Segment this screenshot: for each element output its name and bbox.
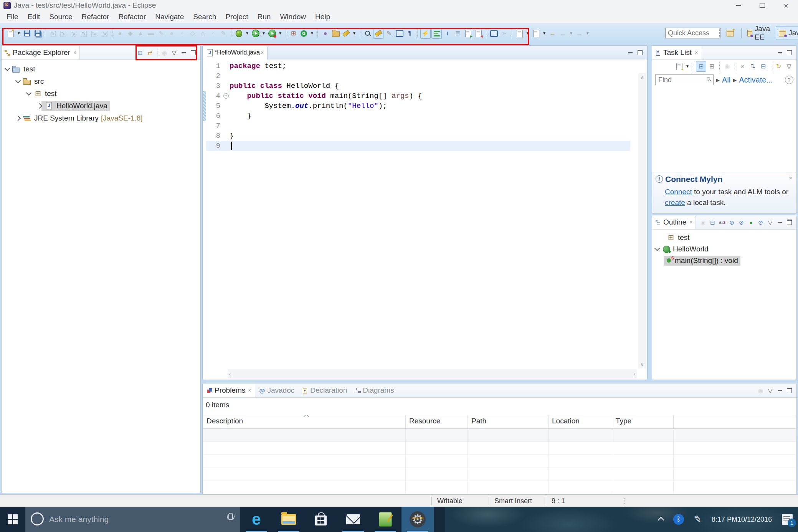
filter-people-icon[interactable]: ⇅ [748, 61, 758, 71]
pen-icon[interactable]: ✎ [693, 513, 702, 525]
new-task-menu-icon[interactable]: ▼ [685, 61, 690, 71]
code-line-7[interactable]: 7 [206, 121, 637, 131]
previous-annotation-icon[interactable]: ◂ [474, 28, 483, 38]
hide-non-public-icon[interactable]: ● [747, 218, 755, 226]
code-line-6[interactable]: 6 } [206, 111, 637, 121]
run-external-tools-icon[interactable] [267, 28, 277, 38]
column-header-path[interactable]: Path [468, 415, 549, 428]
create-task-link[interactable]: create [665, 198, 685, 207]
close-icon[interactable]: × [73, 50, 76, 56]
tree-item-jre-system-library[interactable]: JRE System Library[JavaSE-1.8] [2, 112, 200, 124]
info-icon[interactable]: i [443, 28, 452, 38]
maximize-icon[interactable] [785, 386, 794, 395]
search-icon[interactable] [363, 28, 372, 38]
tree-item-test[interactable]: ⊞test [2, 88, 200, 100]
tree-item-helloworld-java[interactable]: HelloWorld.java [2, 100, 200, 112]
view-menu-icon[interactable]: ▽ [766, 386, 775, 395]
hidden-icons-chevron[interactable] [659, 516, 663, 522]
format-brush-icon[interactable] [341, 28, 351, 38]
taskbar-store[interactable] [305, 507, 337, 532]
new-java-class-icon[interactable]: G [299, 28, 309, 38]
activate-task-link[interactable]: Activate... [739, 76, 773, 84]
show-source-icon[interactable] [395, 28, 404, 38]
tab-problems[interactable]: Problems× [203, 384, 255, 397]
view-menu-icon[interactable]: ▽ [766, 218, 775, 226]
vertical-scrollbar[interactable]: ∧∨ [638, 73, 646, 368]
close-icon[interactable]: × [261, 50, 264, 56]
sort-members-icon[interactable] [431, 28, 442, 39]
taskbar-mail[interactable] [337, 507, 369, 532]
hide-static-icon[interactable]: ⊘ [737, 218, 746, 226]
column-header-type[interactable]: Type [612, 415, 674, 428]
minimize-icon[interactable] [775, 386, 784, 395]
open-perspective-button[interactable] [724, 26, 739, 40]
run-menu-icon[interactable]: ▼ [261, 28, 266, 38]
window-maximize-button[interactable] [750, 0, 774, 11]
taskbar-file-explorer[interactable] [273, 507, 305, 532]
close-icon[interactable]: × [695, 50, 698, 56]
outline-toggle-icon[interactable]: ≣ [453, 28, 463, 38]
tab-package-explorer[interactable]: Package Explorer × [2, 46, 80, 59]
cortana-search-input[interactable] [25, 514, 240, 524]
hide-completed-icon[interactable]: × [738, 61, 747, 71]
new-wizard-icon[interactable]: ✦ [6, 28, 15, 38]
open-type-icon[interactable]: ● [321, 28, 330, 38]
fold-collapse-icon[interactable] [223, 93, 229, 99]
cortana-search[interactable] [25, 507, 240, 532]
code-line-8[interactable]: 8} [206, 131, 637, 141]
bluetooth-icon[interactable]: ᛒ [673, 514, 684, 525]
code-line-1[interactable]: 1package test; [206, 61, 637, 71]
tab-declaration[interactable]: Declaration [298, 384, 351, 397]
show-whitespace-icon[interactable]: ¶ [405, 28, 415, 38]
new-class-menu-icon[interactable]: ▼ [309, 28, 315, 38]
tree-item-src[interactable]: src [2, 75, 200, 88]
collapse-all-icon[interactable]: ⊟ [758, 61, 768, 71]
tab-javadoc[interactable]: @Javadoc [255, 384, 298, 397]
back-history-icon[interactable]: ← [548, 28, 557, 38]
next-edit-location-icon[interactable]: ↑ [531, 28, 541, 38]
code-area[interactable]: 1package test;23public class HelloWorld … [203, 59, 647, 379]
outline-item-test[interactable]: ⊞test [652, 232, 796, 243]
new-task-icon[interactable]: + [674, 61, 684, 71]
window-close-button[interactable]: × [774, 0, 798, 11]
outline-item-main-string-void[interactable]: main(String[]) : void [652, 255, 796, 266]
start-button[interactable] [0, 507, 25, 532]
tree-item-test[interactable]: test [2, 63, 200, 75]
collapse-arrow-icon[interactable] [654, 246, 660, 251]
menu-refactor[interactable]: Refactor [114, 11, 150, 23]
quick-access-input[interactable] [665, 28, 720, 38]
scheduled-view-icon[interactable]: ⊞ [707, 61, 717, 71]
menu-help[interactable]: Help [311, 11, 335, 23]
menu-source[interactable]: Source [45, 11, 77, 23]
perspective-java-button[interactable]: Java [776, 26, 798, 40]
hide-local-types-icon[interactable]: ⊘ [756, 218, 765, 226]
tab-diagrams[interactable]: Diagrams [351, 384, 398, 397]
maximize-icon[interactable] [785, 48, 794, 57]
open-resource-icon[interactable] [331, 28, 340, 38]
taskbar-edge[interactable]: e [240, 507, 273, 532]
menu-run[interactable]: Run [253, 11, 276, 23]
code-line-5[interactable]: 5 System.out.println("Hello"); [206, 101, 637, 111]
column-header-resource[interactable]: Resource [406, 415, 468, 428]
maximize-icon[interactable] [785, 218, 794, 226]
code-line-3[interactable]: 3public class HelloWorld { [206, 81, 637, 91]
collapse-all-icon[interactable]: ⊟ [136, 48, 145, 57]
build-automatically-icon[interactable]: ⚡ [420, 28, 431, 39]
view-menu-icon[interactable]: ▽ [170, 48, 178, 57]
menu-project[interactable]: Project [221, 11, 253, 23]
debug-menu-icon[interactable]: ▼ [245, 28, 250, 38]
pin-editor-icon[interactable] [489, 28, 499, 38]
column-header-description[interactable]: Description [203, 415, 406, 428]
menu-window[interactable]: Window [275, 11, 311, 23]
column-header-location[interactable]: Location [549, 415, 612, 428]
close-icon[interactable]: × [689, 219, 692, 225]
status-bar-handle[interactable]: ⋮ [621, 497, 628, 505]
find-input[interactable] [655, 74, 714, 85]
categorized-view-icon[interactable]: ⊞ [696, 61, 706, 72]
collapse-all-icon[interactable]: ⊟ [708, 218, 717, 226]
menu-search[interactable]: Search [188, 11, 221, 23]
code-line-2[interactable]: 2 [206, 71, 637, 81]
minimize-icon[interactable] [775, 48, 784, 57]
tab-task-list[interactable]: Task List × [652, 46, 701, 59]
tab-outline[interactable]: Outline × [652, 216, 696, 229]
